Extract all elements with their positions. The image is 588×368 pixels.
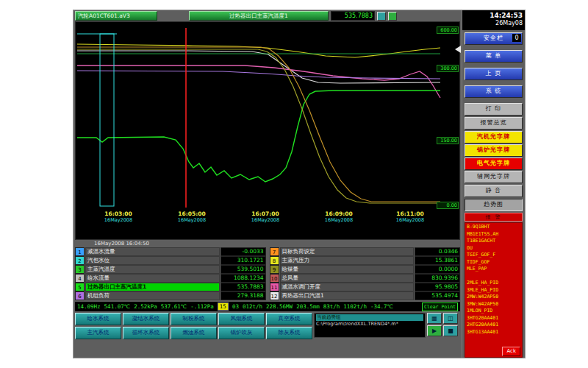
y-scale-value-1[interactable]: 300.00: [437, 65, 459, 72]
sidebar-button-trend[interactable]: 趋势图: [465, 199, 523, 211]
legend-row[interactable]: 4给水流量1088.1234: [75, 274, 266, 283]
legend-row[interactable]: 1减温水流量-0.0033: [75, 247, 266, 256]
system-button-r2-3[interactable]: 锅炉吹灰: [218, 327, 265, 339]
system-button-r2-2[interactable]: 燃油系统: [171, 327, 217, 339]
legend-row[interactable]: 7目标负荷设定0.0346: [270, 247, 461, 256]
alarm-line-8[interactable]: 2MLE_HA_PID: [467, 280, 520, 287]
legend-index: 11: [270, 283, 279, 291]
stop-mini-button[interactable]: ■: [443, 325, 458, 336]
legend-row[interactable]: 5过热器出口主蒸汽温度1535.7883: [75, 283, 266, 291]
legend-label: 减温水流量: [85, 247, 220, 256]
alarm-header: 报 警: [465, 213, 523, 222]
legend-value: 535.7883: [220, 283, 266, 291]
status-segment-1: 541.07℃: [104, 303, 131, 310]
legend-index: 1: [75, 247, 85, 256]
x-tick-time: 16:05:00: [178, 210, 206, 217]
legend-row[interactable]: 8主蒸汽压力15.3861: [270, 256, 461, 265]
legend-index: 9: [270, 265, 279, 274]
alarm-line-14[interactable]: 2HTG20AA401: [467, 322, 520, 329]
sidebar-button-auxiliary-lightbox[interactable]: 辅网光字牌: [465, 171, 523, 183]
sidebar-button-alarm-summary[interactable]: 报警总览: [465, 117, 523, 130]
y-scale-value-3[interactable]: 0.00: [437, 202, 459, 209]
x-tick-3: 16:09:0016May2008: [325, 210, 353, 224]
sidebar-button-electrical-lightbox[interactable]: 电气光字牌: [465, 158, 523, 170]
trend-file-box[interactable]: 当前趋势组 C:\Program\trendXXL.TREND4*.m*: [314, 313, 426, 338]
alarm-line-5[interactable]: TIDF_GOF: [467, 259, 520, 266]
legend-index: 5: [75, 283, 85, 291]
topbar-mini-button-2[interactable]: [388, 12, 397, 21]
alarm-line-13[interactable]: 3HTG20AA401: [467, 315, 520, 322]
sidebar-button-print[interactable]: 打 印: [465, 103, 523, 116]
alarm-line-6[interactable]: MLE_PAP: [467, 266, 520, 273]
sidebar-button-mute[interactable]: 静 音: [465, 185, 523, 197]
legend-row[interactable]: 2汽包水位310.1721: [75, 256, 266, 265]
legend-value: -0.0033: [220, 247, 266, 256]
sidebar-button-system[interactable]: 系 统: [465, 85, 523, 98]
alarm-line-9[interactable]: 3MLE_HA_PID: [467, 287, 520, 294]
status-segment-2: 2.52kPa: [134, 303, 157, 310]
legend-row[interactable]: 11减温水调门开度95.9805: [270, 283, 461, 291]
system-button-r1-1[interactable]: 凝结水系统: [123, 313, 169, 325]
page-mini-button[interactable]: ◫: [443, 313, 458, 324]
system-button-r1-0[interactable]: 给水系统: [75, 313, 121, 325]
system-button-r2-0[interactable]: 主汽系统: [75, 327, 121, 339]
status-segment-0: 14.09Hz: [77, 303, 101, 310]
legend-row[interactable]: 9给煤量0.0000: [270, 265, 461, 274]
alarm-line-12[interactable]: 1MLON_PID: [467, 308, 520, 315]
legend-value: 539.5010: [220, 265, 266, 274]
x-tick-1: 16:05:0016May2008: [178, 210, 206, 224]
sidebar-button-safety-bar[interactable]: 安全栏0: [465, 32, 523, 45]
alarm-line-10[interactable]: 2MW:W42AP50: [467, 294, 520, 301]
legend-row[interactable]: 12再热器出口汽温1535.4974: [270, 291, 461, 300]
legend-value: 535.4974: [415, 291, 460, 300]
legend-row[interactable]: 6机组负荷279.3188: [75, 291, 266, 300]
legend-value: 0.0000: [415, 265, 460, 274]
legend-index: 10: [270, 274, 279, 283]
status-segment-7: 012t/h: [243, 303, 262, 310]
alarm-line-3[interactable]: OU: [467, 245, 520, 252]
system-button-r1-3[interactable]: 风烟系统: [218, 313, 265, 325]
sidebar-button-turbine-lightbox[interactable]: 汽机光字牌: [465, 131, 523, 144]
legend-value: 0.0346: [415, 247, 460, 256]
system-button-r2-1[interactable]: 循环水系统: [123, 327, 169, 339]
alarm-line-0[interactable]: B-9Q1BHT: [467, 224, 520, 231]
clock-date: 26May08: [465, 20, 523, 27]
system-button-r1-4[interactable]: 真空系统: [266, 313, 312, 325]
system-button-r2-4[interactable]: 除灰系统: [266, 327, 312, 339]
topbar-mini-button-1[interactable]: [377, 12, 386, 21]
trend-plot[interactable]: [76, 22, 461, 238]
sidebar-button-boiler-lightbox[interactable]: 锅炉光字牌: [465, 144, 523, 157]
alarm-line-2[interactable]: T1BE1GACHT: [467, 238, 520, 245]
trend-group-selected[interactable]: 当前趋势组: [316, 314, 423, 321]
legend-label: 总风量: [280, 274, 415, 283]
grid-mini-button[interactable]: ▦: [427, 313, 442, 324]
legend-label: 给煤量: [280, 265, 415, 274]
legend-value: 830.9396: [415, 274, 460, 283]
trend-tag-button[interactable]: 汽轮A01CT601.aV3: [75, 11, 157, 21]
series-olive-1: [77, 49, 440, 203]
alarm-panel: B-9Q1BHTMB1E1TSS.AHT1BE1GACHTOUTGIF_GOF_…: [465, 222, 523, 358]
scale-marker-icon[interactable]: [455, 46, 461, 53]
alarm-line-1[interactable]: MB1E1TSS.AH: [467, 231, 520, 238]
clear-point-button[interactable]: Clear Point: [422, 302, 458, 311]
legend-row[interactable]: 10总风量830.9396: [270, 274, 461, 283]
top-bar: 汽轮A01CT601.aV3 过热器出口主蒸汽温度1 535.7883: [74, 10, 462, 21]
sidebar-button-menu[interactable]: 菜 单: [465, 50, 523, 63]
system-button-r1-2[interactable]: 制粉系统: [171, 313, 217, 325]
alarm-line-15[interactable]: 3HTG13AA401: [467, 329, 520, 336]
sidebar-button-prev-page[interactable]: 上 页: [465, 68, 523, 80]
legend-value: 1088.1234: [220, 274, 266, 283]
legend-value: 15.3861: [415, 256, 460, 265]
alarm-line-4[interactable]: TGIF_GOF_F: [467, 252, 520, 259]
y-scale-value-0[interactable]: 600.00: [437, 26, 459, 34]
y-scale-value-2[interactable]: 150.00: [437, 137, 459, 144]
alarm-line-7[interactable]: [467, 273, 520, 280]
legend-row[interactable]: 3主蒸汽温度539.5010: [75, 265, 266, 274]
status-segment-4: -.112Pa: [190, 303, 214, 310]
trend-title-button[interactable]: 过热器出口主蒸汽温度1: [189, 11, 329, 21]
legend-index: 7: [270, 247, 279, 256]
ack-button[interactable]: Ack: [502, 347, 520, 356]
play-mini-button[interactable]: ▶: [427, 325, 442, 336]
alarm-line-11[interactable]: 3MW:W42AP50: [467, 301, 520, 308]
zoom-selection-box[interactable]: [100, 34, 114, 206]
